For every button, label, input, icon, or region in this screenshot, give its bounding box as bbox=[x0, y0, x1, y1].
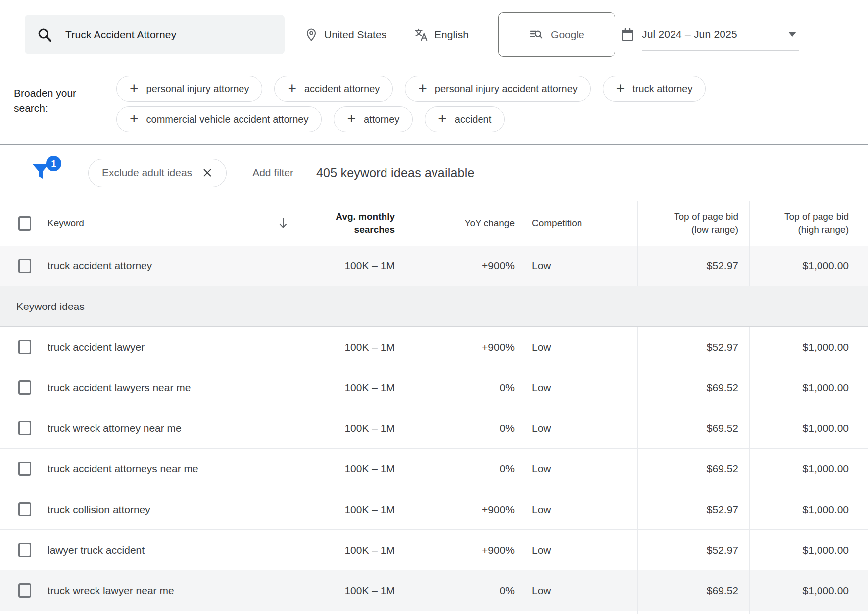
table-row[interactable]: lawyer truck accident 100K – 1M +900% Lo… bbox=[0, 530, 868, 570]
bid-low-cell: $52.97 bbox=[638, 246, 750, 286]
topbar: Truck Accident Attorney United States En… bbox=[0, 0, 868, 69]
plus-icon: + bbox=[130, 81, 139, 96]
search-input-value: Truck Accident Attorney bbox=[65, 29, 176, 41]
location-pin-icon bbox=[304, 28, 318, 42]
table-row[interactable]: truck accident attorney 100K – 1M +900% … bbox=[0, 246, 868, 286]
competition-cell: Low bbox=[525, 327, 638, 367]
yoy-cell: 0% bbox=[413, 367, 525, 408]
idea-rows-container: truck accident lawyer 100K – 1M +900% Lo… bbox=[0, 327, 868, 611]
chip-label: truck attorney bbox=[632, 83, 692, 95]
searches-cell: 100K – 1M bbox=[257, 570, 413, 611]
row-filler-cell bbox=[861, 530, 868, 570]
table-row[interactable]: truck wreck attorney near me 100K – 1M 0… bbox=[0, 408, 868, 449]
broaden-chip[interactable]: + attorney bbox=[334, 106, 413, 132]
yoy-cell: +900% bbox=[413, 327, 525, 367]
row-checkbox[interactable] bbox=[18, 259, 31, 273]
filter-button[interactable]: 1 bbox=[30, 159, 55, 187]
broaden-chip[interactable]: + commercial vehicle accident attorney bbox=[116, 106, 322, 132]
table-row[interactable]: truck accident lawyers near me 100K – 1M… bbox=[0, 367, 868, 408]
column-header-bid-high[interactable]: Top of page bid (high range) bbox=[750, 201, 861, 246]
plus-icon: + bbox=[288, 81, 296, 96]
bid-high-cell: $1,000.00 bbox=[750, 530, 861, 570]
bid-low-cell: $69.52 bbox=[638, 367, 750, 408]
chip-label: personal injury attorney bbox=[146, 83, 249, 95]
network-selector[interactable]: Google bbox=[498, 12, 615, 57]
table-row[interactable]: truck collision attorney 100K – 1M +900%… bbox=[0, 489, 868, 530]
yoy-cell: +900% bbox=[413, 246, 525, 286]
bid-low-cell: $69.52 bbox=[638, 570, 750, 611]
broaden-chip[interactable]: + truck attorney bbox=[603, 76, 706, 102]
broaden-chip[interactable]: + accident bbox=[425, 106, 505, 132]
active-filter-chip[interactable]: Exclude adult ideas bbox=[88, 159, 227, 187]
next-row-sliver bbox=[0, 611, 868, 614]
filter-count-badge: 1 bbox=[46, 156, 61, 171]
searches-cell: 100K – 1M bbox=[257, 489, 413, 529]
bid-low-cell: $52.97 bbox=[638, 327, 750, 367]
row-filler-cell bbox=[861, 570, 868, 611]
filter-bar: 1 Exclude adult ideas Add filter 405 key… bbox=[0, 145, 868, 201]
table-row[interactable]: truck wreck lawyer near me 100K – 1M 0% … bbox=[0, 570, 868, 611]
add-filter-button[interactable]: Add filter bbox=[252, 167, 293, 179]
competition-cell: Low bbox=[525, 489, 638, 529]
row-filler-cell bbox=[861, 449, 868, 489]
column-header-bid-low[interactable]: Top of page bid (low range) bbox=[638, 201, 750, 246]
keyword-table: Keyword Avg. monthly searches YoY change… bbox=[0, 201, 868, 614]
bid-high-cell: $1,000.00 bbox=[750, 408, 861, 448]
row-filler-cell bbox=[861, 327, 868, 367]
plus-icon: + bbox=[438, 111, 447, 126]
seed-rows-container: truck accident attorney 100K – 1M +900% … bbox=[0, 246, 868, 286]
column-header-keyword[interactable]: Keyword bbox=[48, 218, 84, 229]
competition-cell: Low bbox=[525, 408, 638, 448]
chip-label: commercial vehicle accident attorney bbox=[146, 114, 309, 125]
column-header-searches[interactable]: Avg. monthly searches bbox=[257, 201, 413, 246]
broaden-chips: + personal injury attorney + accident at… bbox=[116, 69, 774, 132]
row-checkbox[interactable] bbox=[18, 462, 31, 476]
broaden-chip[interactable]: + personal injury accident attorney bbox=[405, 76, 590, 102]
bid-high-cell: $1,000.00 bbox=[750, 246, 861, 286]
row-checkbox[interactable] bbox=[18, 421, 31, 435]
table-row[interactable]: truck accident lawyer 100K – 1M +900% Lo… bbox=[0, 327, 868, 367]
row-checkbox[interactable] bbox=[18, 543, 31, 557]
column-header-competition[interactable]: Competition bbox=[525, 201, 638, 246]
row-filler-cell bbox=[861, 367, 868, 408]
plus-icon: + bbox=[130, 111, 139, 126]
row-checkbox[interactable] bbox=[18, 340, 31, 354]
active-filter-label: Exclude adult ideas bbox=[102, 167, 192, 179]
yoy-cell: 0% bbox=[413, 570, 525, 611]
translate-icon bbox=[414, 27, 429, 42]
row-checkbox[interactable] bbox=[18, 380, 31, 395]
keyword-ideas-section-header: Keyword ideas bbox=[0, 286, 868, 327]
location-selector[interactable]: United States bbox=[304, 28, 386, 42]
row-checkbox[interactable] bbox=[18, 583, 31, 598]
keyword-text: truck accident lawyer bbox=[48, 341, 145, 353]
table-row[interactable]: truck accident attorneys near me 100K – … bbox=[0, 449, 868, 489]
broaden-chip[interactable]: + accident attorney bbox=[274, 76, 393, 102]
chip-label: personal injury accident attorney bbox=[435, 83, 578, 95]
yoy-cell: 0% bbox=[413, 449, 525, 489]
language-selector[interactable]: English bbox=[414, 27, 469, 42]
bid-low-cell: $52.97 bbox=[638, 530, 750, 570]
keyword-search-input[interactable]: Truck Accident Attorney bbox=[25, 15, 285, 54]
close-icon[interactable] bbox=[202, 167, 213, 178]
broaden-chip[interactable]: + personal injury attorney bbox=[116, 76, 262, 102]
bid-high-cell: $1,000.00 bbox=[750, 489, 861, 529]
chip-label: attorney bbox=[364, 114, 399, 125]
network-label: Google bbox=[551, 29, 584, 41]
column-header-yoy[interactable]: YoY change bbox=[413, 201, 525, 246]
row-filler-cell bbox=[861, 408, 868, 448]
location-label: United States bbox=[324, 29, 386, 41]
keyword-text: truck accident lawyers near me bbox=[48, 382, 191, 394]
keyword-text: truck wreck lawyer near me bbox=[48, 585, 174, 597]
bid-high-cell: $1,000.00 bbox=[750, 570, 861, 611]
sort-descending-icon bbox=[277, 216, 289, 230]
search-network-icon bbox=[529, 27, 544, 42]
searches-cell: 100K – 1M bbox=[257, 408, 413, 448]
bid-high-cell: $1,000.00 bbox=[750, 367, 861, 408]
competition-cell: Low bbox=[525, 530, 638, 570]
row-checkbox[interactable] bbox=[18, 502, 31, 516]
competition-cell: Low bbox=[525, 246, 638, 286]
calendar-icon bbox=[620, 27, 635, 42]
date-range-selector[interactable]: Jul 2024 – Jun 2025 bbox=[620, 18, 799, 51]
keyword-text: truck collision attorney bbox=[48, 504, 150, 515]
select-all-checkbox[interactable] bbox=[18, 216, 31, 231]
